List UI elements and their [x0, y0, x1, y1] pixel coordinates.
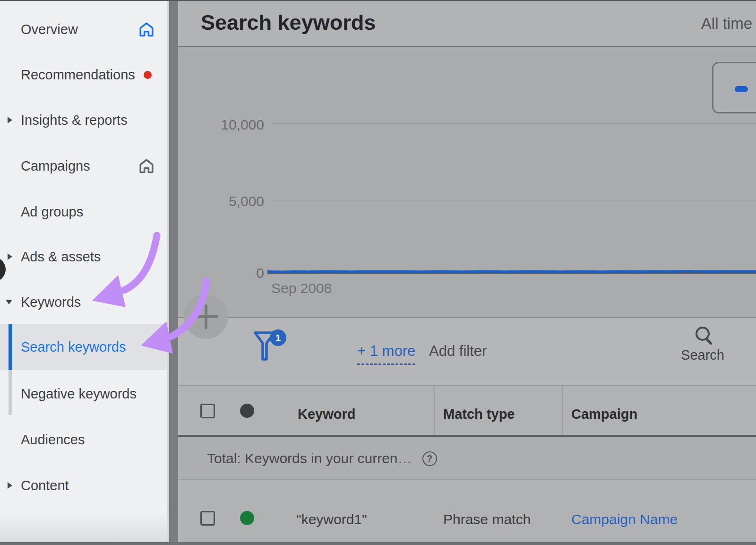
main-header: Search keywords All time	[178, 0, 756, 47]
sidebar-item-search-keywords[interactable]: Search keywords	[0, 324, 167, 370]
keywords-table: Keyword Match type Campaign Total: Keywo…	[178, 385, 756, 545]
column-header-campaign[interactable]: Campaign	[571, 407, 637, 422]
sidebar-item-audiences[interactable]: Audiences	[0, 417, 167, 462]
more-filters-link[interactable]: + 1 more	[357, 343, 415, 365]
subsection-track	[9, 370, 12, 415]
sidebar-item-label: Ad groups	[21, 204, 83, 220]
performance-chart: 10,000 5,000 0 Sep 2008	[178, 48, 756, 317]
table-row: "keyword1" Phrase match Campaign Name	[178, 480, 756, 545]
x-axis-label: Sep 2008	[271, 280, 332, 296]
column-header-keyword[interactable]: Keyword	[298, 407, 355, 422]
window-top-edge	[0, 0, 756, 1]
legend-series-swatch	[735, 86, 748, 92]
total-row-label: Total: Keywords in your curren… ?	[207, 450, 437, 467]
sidebar: Overview Recommendations Insights & repo…	[0, 0, 167, 545]
date-range-selector[interactable]: All time	[701, 15, 752, 33]
chevron-right-icon	[8, 253, 12, 260]
sidebar-item-ad-groups[interactable]: Ad groups	[0, 190, 167, 234]
sidebar-item-label: Recommendations	[21, 67, 135, 83]
sidebar-bottom-fade	[0, 512, 167, 545]
sidebar-item-label: Overview	[21, 22, 78, 37]
sidebar-item-negative-keywords[interactable]: Negative keywords	[0, 372, 167, 416]
sidebar-item-label: Insights & reports	[21, 112, 128, 128]
sidebar-item-label: Search keywords	[21, 339, 126, 355]
sidebar-item-label: Campaigns	[21, 158, 90, 174]
main-content: Search keywords All time 10,000 5,000 0 …	[178, 0, 756, 545]
filter-button[interactable]: 1	[254, 331, 292, 364]
chart-plot-svg	[178, 48, 756, 317]
search-label: Search	[677, 347, 729, 363]
search-button[interactable]: Search	[677, 327, 729, 363]
sidebar-item-ads-assets[interactable]: Ads & assets	[0, 234, 167, 279]
sidebar-item-label: Ads & assets	[21, 249, 101, 265]
select-all-checkbox[interactable]	[200, 404, 215, 418]
cell-keyword: "keyword1"	[296, 511, 367, 528]
sidebar-item-keywords[interactable]: Keywords	[0, 280, 167, 324]
sidebar-item-label: Audiences	[21, 432, 85, 448]
sidebar-item-label: Content	[21, 478, 69, 493]
sidebar-item-label: Negative keywords	[21, 386, 137, 402]
status-enabled-dot-icon[interactable]	[240, 511, 254, 525]
sidebar-item-campaigns[interactable]: Campaigns	[0, 144, 167, 188]
google-ads-keywords-screen: Overview Recommendations Insights & repo…	[0, 0, 756, 545]
filter-toolbar: 1 + 1 more Add filter Search	[178, 318, 756, 385]
plus-icon	[205, 304, 207, 329]
total-row-text: Total: Keywords in your curren…	[207, 450, 412, 467]
page-title: Search keywords	[201, 10, 376, 35]
home-icon	[138, 157, 155, 174]
chevron-right-icon	[8, 117, 12, 123]
sidebar-item-recommendations[interactable]: Recommendations	[0, 52, 167, 97]
help-icon[interactable]: ?	[422, 451, 437, 466]
sidebar-item-label: Keywords	[21, 294, 81, 310]
home-icon	[138, 21, 155, 38]
fab-add-button[interactable]	[184, 294, 228, 339]
filter-count-badge: 1	[270, 329, 286, 346]
search-icon	[696, 327, 710, 341]
chevron-down-icon	[6, 300, 12, 304]
total-row: Total: Keywords in your curren… ?	[178, 437, 756, 479]
window-bottom-edge	[0, 542, 756, 545]
cell-campaign-link[interactable]: Campaign Name	[571, 511, 678, 528]
add-filter-button[interactable]: Add filter	[429, 343, 487, 360]
notification-dot-icon	[144, 71, 152, 79]
selected-item-accent-bar	[9, 324, 12, 370]
sidebar-item-insights-reports[interactable]: Insights & reports	[0, 98, 167, 142]
row-checkbox[interactable]	[200, 511, 215, 526]
legend-chip[interactable]	[712, 62, 756, 113]
sidebar-item-overview[interactable]: Overview	[0, 7, 167, 52]
status-column-dot-icon[interactable]	[240, 404, 254, 418]
column-header-match-type[interactable]: Match type	[443, 407, 515, 422]
chart-line	[267, 271, 756, 272]
sidebar-scrollbar[interactable]	[169, 0, 178, 545]
chevron-right-icon	[8, 482, 12, 489]
cell-match-type: Phrase match	[443, 511, 531, 528]
sidebar-item-content[interactable]: Content	[0, 463, 167, 508]
